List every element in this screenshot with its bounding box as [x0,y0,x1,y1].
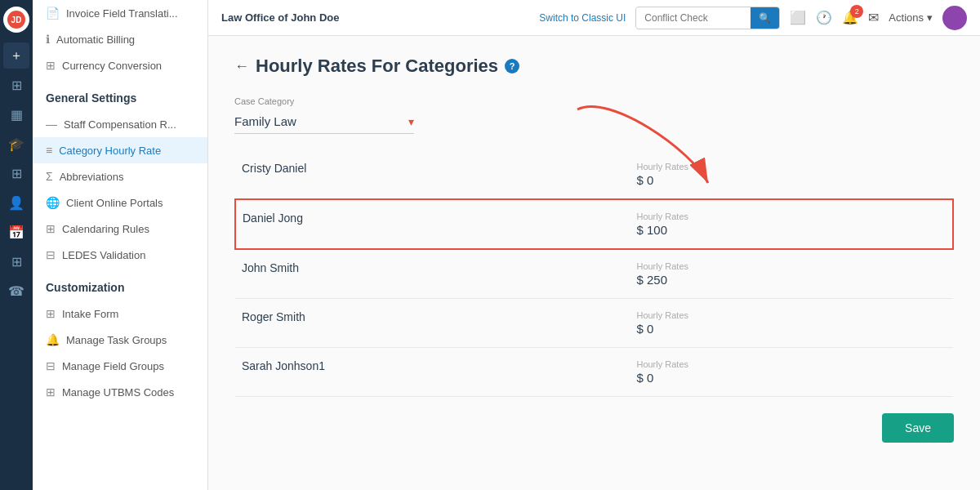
nav-icon-plus[interactable]: ＋ [3,42,29,69]
hourly-rate-value: $ 0 [636,173,947,187]
sidebar-item-currency-conversion[interactable]: ⊞ Currency Conversion [33,52,207,78]
intake-form-icon: ⊞ [46,307,56,320]
hourly-rate-cell[interactable]: Hourly Rates $ 0 [630,299,953,348]
calendaring-rules-icon: ⊞ [46,222,56,235]
sidebar-item-manage-field-groups[interactable]: ⊟ Manage Field Groups [33,353,207,379]
main-area: Law Office of John Doe Switch to Classic… [208,0,980,490]
category-hourly-rate-icon: ≡ [46,144,52,157]
sidebar-item-intake-form[interactable]: ⊞ Intake Form [33,301,207,327]
page-title: Hourly Rates For Categories [256,56,498,77]
dropdown-arrow-icon: ▾ [408,115,414,128]
sidebar-item-calendaring-rules[interactable]: ⊞ Calendaring Rules [33,216,207,242]
actions-button[interactable]: Actions ▾ [889,11,933,24]
hourly-rate-value: $ 100 [636,223,946,237]
sidebar-item-ledes-validation[interactable]: ⊟ LEDES Validation [33,242,207,268]
nav-icon-calendar[interactable]: ▦ [3,101,29,127]
manage-utbms-icon: ⊞ [46,385,56,399]
table-row[interactable]: Sarah Jonhson1 Hourly Rates $ 0 [235,348,953,397]
general-settings-header: General Settings [33,78,207,111]
hourly-rate-value: $ 250 [636,273,947,287]
actions-chevron-icon: ▾ [927,11,933,24]
sidebar-item-automatic-billing[interactable]: ℹ Automatic Billing [33,26,207,52]
customization-header: Customization [33,268,207,301]
hourly-rate-cell[interactable]: Hourly Rates $ 0 [630,150,953,199]
hourly-rate-label: Hourly Rates [636,310,947,320]
nav-icon-person[interactable]: 👤 [3,189,29,216]
sidebar-item-abbreviations[interactable]: Σ Abbreviations [33,163,207,189]
svg-text:JD: JD [11,16,22,24]
help-icon[interactable]: ? [505,59,519,74]
window-icon[interactable]: ⬜ [790,10,806,25]
nav-icon-grid[interactable]: ⊞ [3,72,29,98]
clock-icon[interactable]: 🕐 [816,10,832,25]
rates-table: Cristy Daniel Hourly Rates $ 0 Daniel Jo… [234,150,954,397]
staff-name: Cristy Daniel [235,150,630,199]
mail-icon[interactable]: ✉ [868,10,879,25]
hourly-rate-label: Hourly Rates [636,261,947,271]
case-category-value: Family Law [234,114,408,128]
sidebar: 📄 Invoice Field Translati... ℹ Automatic… [33,0,208,490]
invoice-field-icon: 📄 [46,7,60,20]
table-row[interactable]: Roger Smith Hourly Rates $ 0 [235,299,953,348]
search-box: 🔍 [635,7,780,29]
sidebar-item-invoice-field[interactable]: 📄 Invoice Field Translati... [33,0,207,26]
staff-name: Daniel Jong [235,199,630,249]
top-header: Law Office of John Doe Switch to Classic… [208,0,980,36]
staff-compensation-icon: — [46,118,57,131]
nav-icon-chart[interactable]: ⊞ [3,248,29,274]
search-button[interactable]: 🔍 [751,7,779,29]
back-button[interactable]: ← [234,59,249,74]
hourly-rate-label: Hourly Rates [636,359,947,369]
user-avatar[interactable] [942,6,967,30]
automatic-billing-icon: ℹ [46,33,50,46]
rates-table-wrapper: Cristy Daniel Hourly Rates $ 0 Daniel Jo… [234,150,954,397]
header-icons: ⬜ 🕐 🔔 2 ✉ Actions ▾ [790,6,967,30]
nav-bar: JD ＋ ⊞ ▦ 🎓 ⊞ 👤 📅 ⊞ ☎ [0,0,33,490]
case-category-label: Case Category [234,96,954,106]
notification-badge: 2 [850,5,863,18]
nav-icon-date[interactable]: 📅 [3,219,29,245]
bell-icon[interactable]: 🔔 2 [842,10,858,25]
app-logo[interactable]: JD [3,7,29,33]
table-row[interactable]: Daniel Jong Hourly Rates $ 100 [235,199,953,249]
case-category-field: Case Category Family Law ▾ [234,96,954,134]
nav-icon-phone[interactable]: ☎ [3,278,29,304]
hourly-rate-cell[interactable]: Hourly Rates $ 0 [630,348,953,397]
abbreviations-icon: Σ [46,170,53,183]
table-row[interactable]: Cristy Daniel Hourly Rates $ 0 [235,150,953,199]
hourly-rate-label: Hourly Rates [636,212,946,221]
ledes-validation-icon: ⊟ [46,248,56,261]
save-button-row: Save [234,413,954,443]
search-input[interactable] [636,8,751,28]
hourly-rate-cell[interactable]: Hourly Rates $ 250 [630,249,953,299]
sidebar-item-manage-utbms[interactable]: ⊞ Manage UTBMS Codes [33,379,207,405]
manage-field-groups-icon: ⊟ [46,359,56,372]
save-button[interactable]: Save [882,413,954,443]
sidebar-item-client-portals[interactable]: 🌐 Client Online Portals [33,189,207,216]
manage-task-groups-icon: 🔔 [46,333,60,346]
client-portals-icon: 🌐 [46,196,60,209]
staff-name: Sarah Jonhson1 [235,348,630,397]
hourly-rate-value: $ 0 [636,322,947,336]
page-title-row: ← Hourly Rates For Categories ? [234,56,954,77]
sidebar-item-staff-compensation[interactable]: — Staff Compensation R... [33,111,207,137]
sidebar-item-category-hourly-rate[interactable]: ≡ Category Hourly Rate [33,137,207,163]
main-content: ← Hourly Rates For Categories ? Case Cat… [208,36,980,490]
currency-conversion-icon: ⊞ [46,59,56,72]
nav-icon-hat[interactable]: 🎓 [3,131,29,157]
app-name: Law Office of John Doe [221,11,339,24]
staff-name: Roger Smith [235,299,630,348]
switch-classic-link[interactable]: Switch to Classic UI [539,12,626,24]
staff-name: John Smith [235,249,630,299]
nav-icon-building[interactable]: ⊞ [3,160,29,186]
table-row[interactable]: John Smith Hourly Rates $ 250 [235,249,953,299]
hourly-rate-value: $ 0 [636,371,947,385]
sidebar-item-manage-task-groups[interactable]: 🔔 Manage Task Groups [33,327,207,353]
hourly-rate-cell[interactable]: Hourly Rates $ 100 [630,199,953,249]
hourly-rate-label: Hourly Rates [636,162,947,172]
case-category-dropdown[interactable]: Family Law ▾ [234,109,414,134]
